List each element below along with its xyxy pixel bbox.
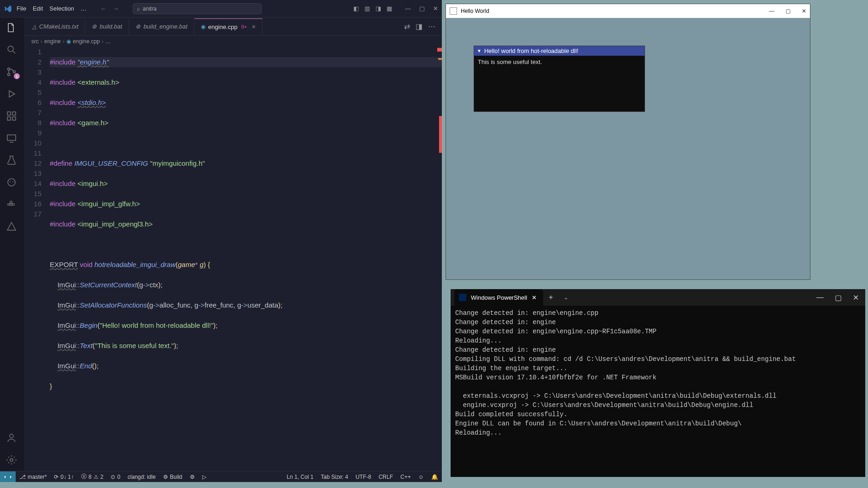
activity-extensions-icon[interactable] <box>6 110 18 122</box>
window-maximize-icon[interactable]: ▢ <box>835 293 842 302</box>
status-encoding[interactable]: UTF-8 <box>352 474 375 480</box>
imgui-titlebar[interactable]: ▼ Hello! world from hot-reloadable dll! <box>474 46 645 56</box>
hello-world-window: Hello World — ▢ ✕ ▼ Hello! world from ho… <box>446 4 810 280</box>
svg-rect-15 <box>12 203 14 205</box>
svg-rect-12 <box>8 203 10 205</box>
svg-rect-4 <box>7 112 11 115</box>
layout-customize-icon[interactable]: ▦ <box>387 5 392 12</box>
activity-bar: 1 <box>0 17 24 471</box>
status-sync[interactable]: ⟳0↓ 1↑ <box>50 474 77 480</box>
activity-testing-icon[interactable] <box>6 155 18 167</box>
menu-bar: File Edit Selection … <box>17 5 87 12</box>
activity-docker-icon[interactable] <box>6 199 18 211</box>
menu-selection[interactable]: Selection <box>49 5 74 12</box>
search-text: anitra <box>143 6 157 12</box>
editor-tabs: △CMakeLists.txt ⚙build.bat ⚙build_engine… <box>24 17 442 36</box>
sync-icon: ⟳ <box>54 474 59 480</box>
tab-dropdown-icon[interactable]: ⌄ <box>558 295 574 301</box>
command-center[interactable]: ⌕ anitra <box>133 3 262 14</box>
new-tab-button[interactable]: + <box>543 293 558 302</box>
window-close-icon[interactable]: ✕ <box>433 5 438 12</box>
menu-file[interactable]: File <box>17 5 26 12</box>
terminal-output[interactable]: Change detected in: engine\engine.cpp Ch… <box>451 306 865 477</box>
code-text[interactable]: #include "engine.h" #include <externals.… <box>50 47 442 471</box>
status-tabsize[interactable]: Tab Size: 4 <box>317 474 352 480</box>
code-editor[interactable]: 1234567891011121314151617 #include "engi… <box>24 47 442 471</box>
window-minimize-icon[interactable]: — <box>405 5 411 12</box>
window-close-icon[interactable]: ✕ <box>802 8 806 14</box>
tab-overflow-icon[interactable]: ⋯ <box>428 22 435 31</box>
status-bell-icon[interactable]: 🔔 <box>428 474 442 480</box>
svg-rect-7 <box>12 112 16 115</box>
status-build[interactable]: ⚙Build <box>159 474 186 480</box>
window-close-icon[interactable]: ✕ <box>853 293 859 302</box>
status-eol[interactable]: CRLF <box>375 474 397 480</box>
status-run-icon[interactable]: ▷ <box>199 474 210 480</box>
terminal-tab-powershell[interactable]: Windows PowerShell ✕ <box>454 289 543 306</box>
app-title: Hello World <box>461 8 489 14</box>
compare-changes-icon[interactable]: ⇄ <box>404 22 410 31</box>
svg-point-2 <box>8 74 10 76</box>
editor-area: △CMakeLists.txt ⚙build.bat ⚙build_engine… <box>24 17 442 471</box>
svg-rect-14 <box>10 201 12 203</box>
imgui-window[interactable]: ▼ Hello! world from hot-reloadable dll! … <box>474 46 645 112</box>
error-icon: ⓧ <box>81 473 87 481</box>
powershell-icon <box>459 294 466 301</box>
svg-point-16 <box>10 434 13 438</box>
window-minimize-icon[interactable]: — <box>769 8 774 14</box>
nav-back-icon[interactable]: ← <box>100 5 106 12</box>
close-tab-icon[interactable]: ✕ <box>252 24 256 30</box>
split-editor-icon[interactable]: ◨ <box>416 22 422 31</box>
warning-icon: ⚠ <box>94 474 99 480</box>
activity-remote-icon[interactable] <box>6 133 18 145</box>
powershell-window: Windows PowerShell ✕ + ⌄ — ▢ ✕ Change de… <box>451 289 865 477</box>
status-ports[interactable]: ⊙0 <box>107 474 124 480</box>
tab-cmakelists[interactable]: △CMakeLists.txt <box>26 18 85 35</box>
breadcrumb[interactable]: src› engine› ◉engine.cpp› … <box>24 36 442 47</box>
status-debug-config-icon[interactable]: ⚙ <box>186 474 199 480</box>
tab-engine-cpp[interactable]: ◉engine.cpp9+✕ <box>194 18 263 35</box>
menu-edit[interactable]: Edit <box>33 5 43 12</box>
window-minimize-icon[interactable]: — <box>816 293 824 302</box>
gear-icon: ⚙ <box>163 474 168 480</box>
app-icon <box>450 7 457 15</box>
activity-copilot-icon[interactable] <box>6 177 18 189</box>
overview-ruler[interactable] <box>435 47 442 471</box>
svg-point-1 <box>8 68 10 70</box>
hello-world-titlebar: Hello World — ▢ ✕ <box>446 4 810 18</box>
line-gutter: 1234567891011121314151617 <box>24 47 50 471</box>
activity-explorer-icon[interactable] <box>6 22 18 34</box>
layout-toggle-secondary-icon[interactable]: ◨ <box>375 5 381 12</box>
layout-toggle-primary-icon[interactable]: ◧ <box>353 5 359 12</box>
status-problems[interactable]: ⓧ8 ⚠2 <box>77 473 107 481</box>
branch-icon: ⎇ <box>19 474 26 480</box>
activity-search-icon[interactable] <box>6 44 18 56</box>
activity-cmake-icon[interactable] <box>6 221 18 233</box>
svg-point-0 <box>8 46 13 52</box>
vscode-logo-icon <box>4 5 12 13</box>
collapse-triangle-icon[interactable]: ▼ <box>477 48 481 53</box>
svg-point-10 <box>10 181 11 182</box>
tab-build-engine-bat[interactable]: ⚙build_engine.bat <box>129 18 194 35</box>
bat-file-icon: ⚙ <box>92 23 97 30</box>
window-maximize-icon[interactable]: ▢ <box>786 8 791 14</box>
status-cursor[interactable]: Ln 1, Col 1 <box>283 474 317 480</box>
cpp-file-icon: ◉ <box>201 23 205 30</box>
status-feedback-icon[interactable]: ☺ <box>415 474 428 480</box>
status-language[interactable]: C++ <box>397 474 415 480</box>
search-icon: ⌕ <box>137 6 140 12</box>
close-tab-icon[interactable]: ✕ <box>532 294 537 301</box>
nav-forward-icon[interactable]: → <box>113 5 119 12</box>
activity-settings-icon[interactable] <box>6 454 18 466</box>
activity-account-icon[interactable] <box>6 432 18 444</box>
menu-overflow[interactable]: … <box>81 5 87 12</box>
activity-debug-icon[interactable] <box>6 88 18 100</box>
window-maximize-icon[interactable]: ▢ <box>419 5 425 12</box>
layout-toggle-panel-icon[interactable]: ▥ <box>364 5 370 12</box>
vscode-window: File Edit Selection … ← → ⌕ anitra ◧ ▥ ◨… <box>0 0 442 482</box>
status-clangd[interactable]: clangd: idle <box>124 474 159 480</box>
status-branch[interactable]: ⎇master* <box>16 474 50 480</box>
status-remote-icon[interactable] <box>0 471 16 482</box>
tab-build-bat[interactable]: ⚙build.bat <box>85 18 129 35</box>
activity-scm-icon[interactable]: 1 <box>6 66 18 78</box>
